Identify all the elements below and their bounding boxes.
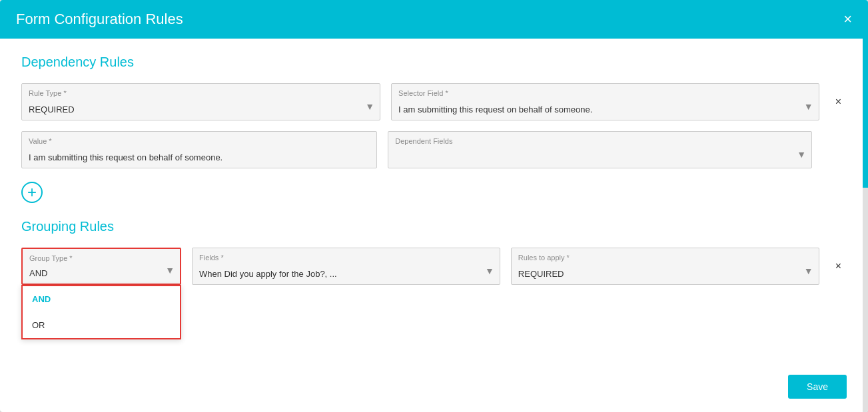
rule-type-label: Rule Type *: [29, 89, 67, 97]
scrollbar-thumb: [863, 39, 868, 188]
group-type-arrow-icon: ▼: [165, 265, 175, 276]
selector-field-value: I am submitting this request on behalf o…: [398, 104, 812, 114]
value-field[interactable]: Value * I am submitting this request on …: [21, 131, 377, 168]
dependent-fields-label: Dependent Fields: [395, 137, 452, 145]
group-type-dropdown-container: Group Type * AND ▼ AND OR: [21, 248, 181, 285]
fields-arrow-icon: ▼: [485, 266, 494, 276]
group-type-value: AND: [29, 268, 173, 278]
rules-to-apply-label: Rules to apply *: [518, 254, 570, 262]
fields-field[interactable]: Fields * When Did you apply for the Job?…: [192, 248, 500, 285]
modal-header: Form Configuration Rules ×: [0, 0, 868, 39]
grouping-remove-button[interactable]: ×: [830, 255, 847, 278]
save-button[interactable]: Save: [788, 375, 847, 399]
rules-to-apply-field[interactable]: Rules to apply * REQUIRED ▼: [511, 248, 819, 285]
grouping-rules-title: Grouping Rules: [21, 219, 847, 234]
dependency-rules-section: Dependency Rules Rule Type * REQUIRED ▼ …: [21, 55, 847, 168]
dependent-fields-arrow-icon: ▼: [797, 149, 806, 160]
add-dependency-button[interactable]: +: [21, 182, 43, 203]
rule-type-arrow-icon: ▼: [365, 101, 374, 112]
group-type-dropdown-menu: AND OR: [21, 285, 181, 339]
dependency-remove-button[interactable]: ×: [830, 91, 847, 113]
grouping-rules-section: Grouping Rules Group Type * AND ▼ AND OR: [21, 219, 847, 285]
rule-type-value: REQUIRED: [29, 104, 373, 114]
scrollbar[interactable]: [863, 39, 868, 412]
modal-body: Dependency Rules Rule Type * REQUIRED ▼ …: [0, 39, 868, 412]
fields-value: When Did you apply for the Job?, ...: [199, 269, 493, 279]
selector-field-label: Selector Field *: [398, 89, 448, 97]
grouping-row-1: Group Type * AND ▼ AND OR Fields * When …: [21, 248, 847, 285]
dependent-fields-field[interactable]: Dependent Fields ▼: [388, 131, 812, 168]
fields-label: Fields *: [199, 254, 224, 262]
dropdown-option-and[interactable]: AND: [23, 286, 180, 312]
group-type-label: Group Type *: [29, 254, 73, 262]
dependency-row-1: Rule Type * REQUIRED ▼ Selector Field * …: [21, 83, 847, 120]
dependency-row-2: Value * I am submitting this request on …: [21, 131, 847, 168]
value-value: I am submitting this request on behalf o…: [29, 152, 370, 162]
value-label: Value *: [29, 137, 52, 145]
modal-container: Form Configuration Rules × Dependency Ru…: [0, 0, 868, 412]
selector-field-field[interactable]: Selector Field * I am submitting this re…: [391, 83, 819, 120]
dependency-rules-title: Dependency Rules: [21, 55, 847, 70]
dropdown-option-or[interactable]: OR: [23, 312, 180, 338]
rules-to-apply-arrow-icon: ▼: [804, 266, 813, 276]
group-type-field[interactable]: Group Type * AND ▼: [21, 248, 181, 285]
modal-title: Form Configuration Rules: [16, 11, 183, 28]
close-button[interactable]: ×: [843, 12, 852, 27]
selector-field-arrow-icon: ▼: [804, 101, 813, 112]
rule-type-field[interactable]: Rule Type * REQUIRED ▼: [21, 83, 380, 120]
rules-to-apply-value: REQUIRED: [518, 269, 812, 279]
